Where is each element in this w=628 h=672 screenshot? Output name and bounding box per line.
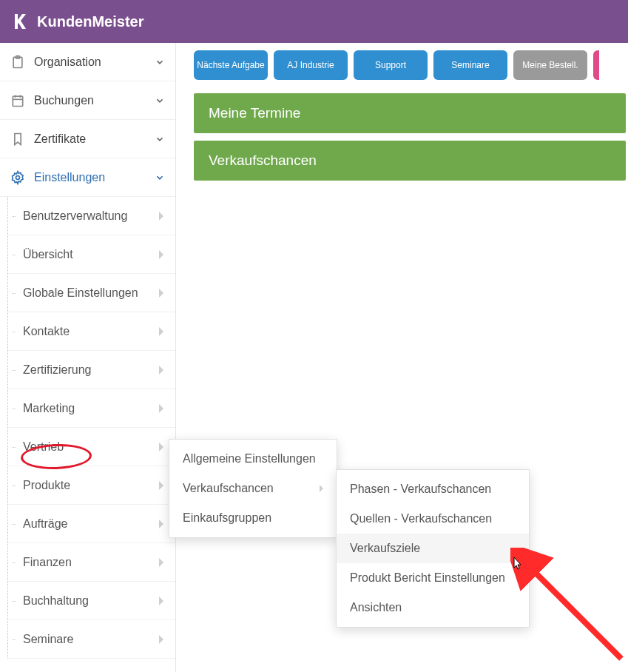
sub-produkte[interactable]: Produkte [8,466,175,505]
caret-right-icon [159,289,165,298]
caret-right-icon [159,520,165,528]
caret-right-icon [159,366,165,374]
tile-label: Support [375,60,406,70]
chevron-down-icon [155,95,165,106]
dashboard-tiles: Nächste Aufgabe AJ Industrie Support Sem… [194,50,628,80]
caret-right-icon [159,404,165,413]
brand-name: KundenMeister [37,13,144,30]
caret-right-icon [159,558,165,567]
tile-aj-industrie[interactable]: AJ Industrie [274,50,348,80]
sub-seminare[interactable]: Seminare [8,620,175,659]
sub-label: Produkte [23,479,159,492]
gear-icon [10,170,25,185]
nav-buchungen[interactable]: Buchungen [0,81,175,120]
tile-label: Seminare [451,60,489,70]
tile-label: Meine Bestell. [522,60,578,70]
sub-buchhaltung[interactable]: Buchhaltung [8,582,175,620]
sub-globale-einstellungen[interactable]: Globale Einstellungen [8,274,175,312]
nav-label: Organisation [34,56,155,69]
nav-label: Einstellungen [34,171,155,184]
sub-label: Finanzen [23,556,159,569]
calendar-icon [10,93,25,108]
fly-allgemeine-einstellungen[interactable]: Allgemeine Einstellungen [169,444,337,474]
sidebar: Organisation Buchungen Zertifikate [0,43,176,672]
nav-einstellungen[interactable]: Einstellungen [0,158,175,197]
sub-label: Globale Einstellungen [23,286,159,300]
sub-marketing[interactable]: Marketing [8,389,175,428]
panel-title: Meine Termine [209,105,300,121]
fly-einkaufsgruppen[interactable]: Einkaufsgruppen [169,503,337,533]
sub-zertifizierung[interactable]: Zertifizierung [8,351,175,389]
caret-right-icon [159,327,165,336]
caret-right-icon [159,635,165,644]
sub-benutzerverwaltung[interactable]: Benutzerverwaltung [8,197,175,235]
caret-right-icon [159,212,165,221]
sub-kontakte[interactable]: Kontakte [8,312,175,351]
sub-label: Buchhaltung [23,594,159,608]
caret-right-icon [159,250,165,259]
nav-organisation[interactable]: Organisation [0,43,175,81]
svg-rect-2 [13,96,22,106]
nav-label: Buchungen [34,94,155,107]
sub-label: Aufträge [23,517,159,531]
sub-uebersicht[interactable]: Übersicht [8,235,175,274]
tile-seminare[interactable]: Seminare [433,50,507,80]
fly-label: Ansichten [350,601,402,614]
fly-label: Quellen - Verkaufschancen [350,512,492,525]
pointer-cursor-icon [510,557,524,573]
caret-right-icon [320,485,323,492]
panel-meine-termine[interactable]: Meine Termine [194,93,626,133]
flyout-vertrieb: Allgemeine Einstellungen Verkaufschancen… [169,439,337,538]
caret-right-icon [159,443,165,451]
nav-label: Zertifikate [34,132,155,146]
tile-partial[interactable] [593,50,599,80]
tile-support[interactable]: Support [354,50,428,80]
sub-label: Übersicht [23,248,159,261]
fly-verkaufsziele[interactable]: Verkaufsziele [337,534,529,563]
chevron-down-icon [155,57,165,67]
nav-zertifikate[interactable]: Zertifikate [0,120,175,158]
fly-quellen[interactable]: Quellen - Verkaufschancen [337,504,529,534]
sub-auftraege[interactable]: Aufträge [8,505,175,543]
fly-label: Phasen - Verkaufschancen [350,483,491,496]
app-header: KundenMeister [0,0,628,43]
tile-meine-bestell[interactable]: Meine Bestell. [513,50,587,80]
tile-label: AJ Industrie [287,60,334,70]
annotation-arrow [510,548,628,672]
fly-label: Einkaufsgruppen [183,511,271,525]
chevron-down-icon [155,172,165,183]
sub-label: Kontakte [23,325,159,338]
fly-label: Verkaufsziele [350,542,420,555]
caret-right-icon [159,481,165,490]
fly-produkt-bericht[interactable]: Produkt Bericht Einstellungen [337,563,529,593]
brand-logo-icon [12,13,30,30]
chevron-down-icon [155,134,165,144]
flyout-verkaufschancen: Phasen - Verkaufschancen Quellen - Verka… [336,469,530,628]
fly-label: Allgemeine Einstellungen [183,452,316,466]
caret-right-icon [159,597,165,605]
sub-label: Zertifizierung [23,363,159,377]
panel-verkaufschancen[interactable]: Verkaufschancen [194,141,626,181]
sub-label: Marketing [23,402,159,415]
fly-ansichten[interactable]: Ansichten [337,593,529,622]
subnav-einstellungen: Benutzerverwaltung Übersicht Globale Ein… [7,197,175,659]
svg-point-6 [16,175,20,179]
tile-naechste-aufgabe[interactable]: Nächste Aufgabe [194,50,268,80]
sub-label: Seminare [23,633,159,646]
panel-title: Verkaufschancen [209,152,317,169]
sub-finanzen[interactable]: Finanzen [8,543,175,582]
tile-label: Nächste Aufgabe [197,60,264,70]
fly-phasen[interactable]: Phasen - Verkaufschancen [337,474,529,504]
fly-verkaufschancen[interactable]: Verkaufschancen [169,474,337,503]
bookmark-icon [10,132,25,147]
svg-line-7 [529,566,621,659]
fly-label: Produkt Bericht Einstellungen [350,571,505,585]
clipboard-icon [10,55,25,70]
fly-label: Verkaufschancen [183,482,274,495]
sub-label: Benutzerverwaltung [23,209,159,223]
